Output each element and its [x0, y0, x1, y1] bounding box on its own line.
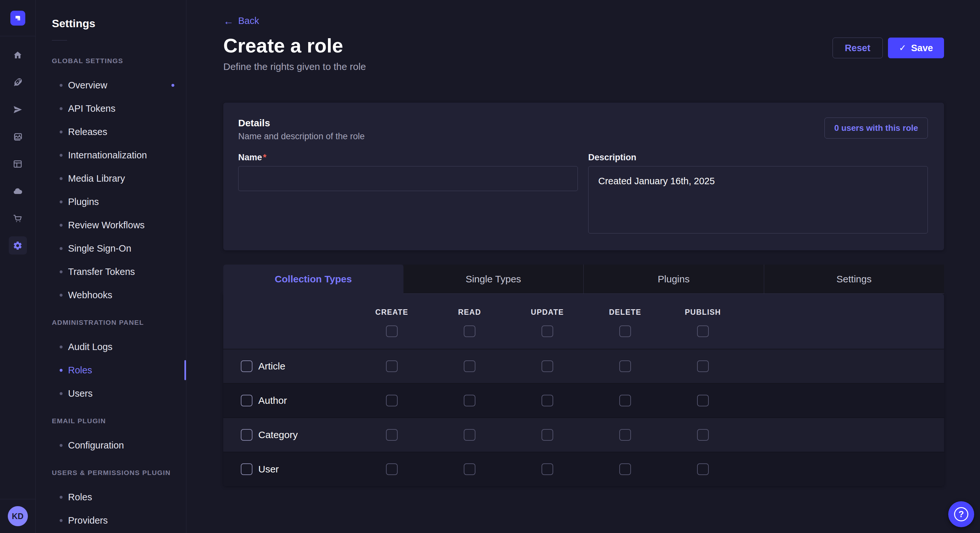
update-checkbox[interactable] — [541, 429, 553, 441]
permission-row-head: Author — [223, 395, 353, 406]
bullet-icon — [60, 84, 62, 87]
nav-section-label: GLOBAL SETTINGS — [52, 57, 186, 65]
delete-checkbox[interactable] — [619, 395, 631, 406]
read-checkbox[interactable] — [464, 360, 476, 372]
home-icon[interactable] — [9, 46, 27, 64]
publish-checkbox[interactable] — [697, 395, 709, 406]
sidebar-item-label: Audit Logs — [68, 342, 113, 352]
select-row-checkbox[interactable] — [241, 429, 253, 441]
sidebar-item[interactable]: Users — [36, 382, 186, 405]
permission-cell-create — [353, 395, 431, 406]
update-checkbox[interactable] — [541, 395, 553, 406]
nav-section-items: Overview API Tokens Releases — [36, 73, 186, 307]
publish-checkbox[interactable] — [697, 463, 709, 475]
create-checkbox[interactable] — [386, 360, 398, 372]
permission-row-head: Category — [223, 429, 353, 441]
tab-label: Single Types — [466, 274, 521, 285]
permission-cell-publish — [664, 395, 742, 406]
select-all-column-checkbox[interactable] — [541, 325, 553, 337]
delete-checkbox[interactable] — [619, 360, 631, 372]
sidebar-item[interactable]: Roles — [36, 359, 186, 382]
sidebar-item[interactable]: Providers — [36, 509, 186, 532]
permission-row: Article — [223, 349, 944, 383]
sidebar-item[interactable]: Media Library — [36, 167, 186, 190]
back-link[interactable]: ← Back — [223, 16, 259, 26]
select-all-column-checkbox[interactable] — [464, 325, 476, 337]
sidebar-item[interactable]: Overview — [36, 73, 186, 97]
select-row-checkbox[interactable] — [241, 395, 253, 406]
details-title: Details — [238, 117, 364, 128]
publish-checkbox[interactable] — [697, 360, 709, 372]
read-checkbox[interactable] — [464, 463, 476, 475]
select-row-checkbox[interactable] — [241, 463, 253, 475]
delete-checkbox[interactable] — [619, 463, 631, 475]
bullet-icon — [60, 200, 62, 203]
permission-cell-update — [509, 360, 586, 372]
content-type-label: Author — [258, 395, 287, 406]
media-library-icon[interactable] — [9, 128, 27, 146]
description-label: Description — [588, 152, 636, 162]
tab-label: Plugins — [658, 274, 690, 285]
read-checkbox[interactable] — [464, 395, 476, 406]
sidebar-item[interactable]: Configuration — [36, 434, 186, 457]
permission-cell-read — [431, 360, 509, 372]
publish-checkbox[interactable] — [697, 429, 709, 441]
select-all-column-checkbox[interactable] — [619, 325, 631, 337]
rail-bottom-area: KD — [0, 499, 35, 533]
update-checkbox[interactable] — [541, 360, 553, 372]
feather-icon[interactable] — [9, 73, 27, 91]
strapi-logo-icon[interactable] — [10, 11, 25, 25]
create-checkbox[interactable] — [386, 463, 398, 475]
name-input[interactable] — [238, 166, 578, 191]
nav-section-label: EMAIL PLUGIN — [52, 417, 186, 425]
help-button[interactable]: ? — [948, 501, 974, 527]
sidebar-item[interactable]: API Tokens — [36, 97, 186, 120]
sidebar-item[interactable]: Roles — [36, 485, 186, 509]
bullet-icon — [60, 177, 62, 180]
permissions-tab[interactable]: Plugins — [583, 265, 764, 294]
read-checkbox[interactable] — [464, 429, 476, 441]
sidebar-item[interactable]: Internationalization — [36, 143, 186, 167]
sidebar-item[interactable]: Transfer Tokens — [36, 260, 186, 283]
sidebar-item-label: Transfer Tokens — [68, 266, 135, 277]
delete-checkbox[interactable] — [619, 429, 631, 441]
permission-cell-read — [431, 395, 509, 406]
send-icon[interactable] — [9, 100, 27, 119]
grid-header-spacer — [223, 308, 353, 349]
settings-gear-icon[interactable] — [9, 236, 27, 254]
sidebar-item[interactable]: Releases — [36, 120, 186, 143]
layout-icon[interactable] — [9, 155, 27, 173]
cart-icon[interactable] — [9, 209, 27, 227]
select-all-column-checkbox[interactable] — [386, 325, 398, 337]
sidebar-item[interactable]: Audit Logs — [36, 335, 186, 359]
reset-button[interactable]: Reset — [832, 38, 883, 58]
bullet-icon — [60, 392, 62, 395]
main-nav-rail: KD — [0, 0, 36, 533]
save-button[interactable]: ✓ Save — [888, 38, 944, 58]
permission-cell-read — [431, 429, 509, 441]
user-avatar[interactable]: KD — [8, 506, 28, 526]
description-textarea[interactable]: Created January 16th, 2025 — [588, 166, 928, 233]
create-checkbox[interactable] — [386, 429, 398, 441]
cloud-icon[interactable] — [9, 182, 27, 200]
sidebar-item[interactable]: Plugins — [36, 190, 186, 213]
nav-section-email-plugin: EMAIL PLUGIN Configuration — [36, 417, 186, 457]
permissions-tab[interactable]: Single Types — [404, 265, 584, 294]
permissions-tab[interactable]: Settings — [764, 265, 944, 294]
select-row-checkbox[interactable] — [241, 360, 253, 372]
content-type-label: Category — [258, 429, 298, 440]
sidebar-item[interactable]: Single Sign-On — [36, 237, 186, 260]
sidebar-item[interactable]: Webhooks — [36, 283, 186, 307]
sidebar-item-label: Providers — [68, 515, 108, 526]
create-checkbox[interactable] — [386, 395, 398, 406]
nav-section-global-settings: GLOBAL SETTINGS Overview API Tokens — [36, 57, 186, 307]
permissions-tab[interactable]: Collection Types — [223, 265, 404, 294]
users-with-role-button[interactable]: 0 users with this role — [824, 117, 928, 139]
update-checkbox[interactable] — [541, 463, 553, 475]
sidebar-item[interactable]: Review Workflows — [36, 213, 186, 237]
nav-section-administration-panel: ADMINISTRATION PANEL Audit Logs Roles — [36, 318, 186, 405]
details-card-titles: Details Name and description of the role — [238, 117, 364, 141]
permission-cell-update — [509, 463, 586, 475]
select-all-column-checkbox[interactable] — [697, 325, 709, 337]
notification-dot — [172, 84, 174, 87]
